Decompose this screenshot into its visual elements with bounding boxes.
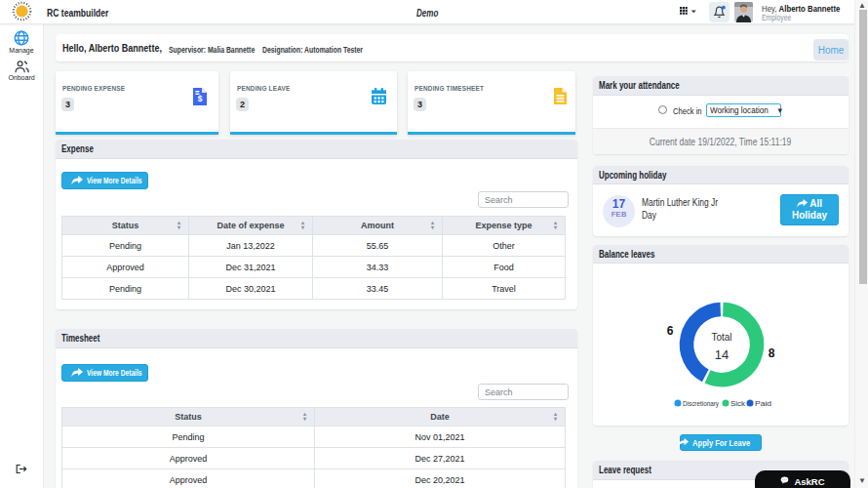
svg-text:14: 14 xyxy=(715,347,729,362)
svg-text:Sick: Sick xyxy=(730,399,746,408)
svg-text:Paid: Paid xyxy=(755,399,771,408)
svg-text:Total: Total xyxy=(711,332,731,343)
svg-text:6: 6 xyxy=(667,324,674,338)
svg-text:$: $ xyxy=(198,94,203,103)
svg-text:Discretionary: Discretionary xyxy=(683,399,719,408)
svg-text:8: 8 xyxy=(769,346,775,360)
